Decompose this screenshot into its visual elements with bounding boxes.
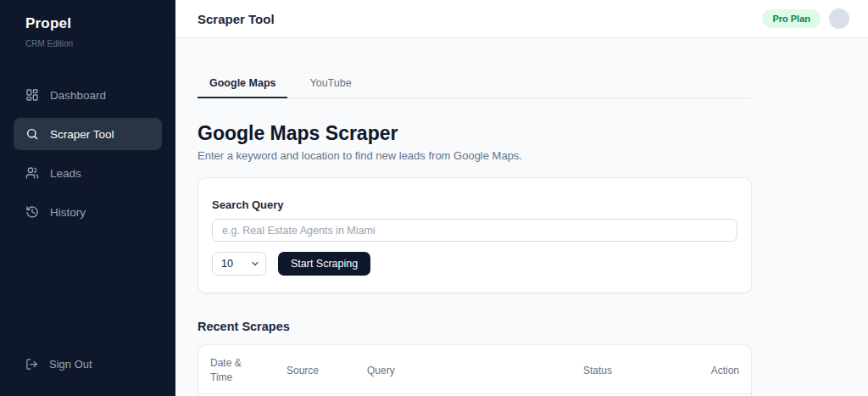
sidebar-item-dashboard[interactable]: Dashboard — [14, 79, 162, 111]
sidebar-item-label: History — [50, 206, 86, 219]
column-header-source: Source — [287, 364, 367, 378]
search-card: Search Query 10 Start Scraping — [198, 177, 752, 293]
sidebar-item-leads[interactable]: Leads — [14, 157, 162, 189]
sign-out-label: Sign Out — [49, 358, 92, 371]
column-header-action: Action — [700, 364, 739, 378]
table-header-row: Date & Time Source Query Status Action — [198, 345, 751, 394]
search-query-label: Search Query — [212, 198, 737, 211]
brand: Propel CRM Edition — [14, 15, 162, 48]
tab-youtube[interactable]: YouTube — [298, 72, 363, 98]
avatar[interactable] — [829, 8, 849, 29]
brand-name: Propel — [25, 15, 162, 32]
users-icon — [25, 166, 39, 180]
top-bar: Scraper Tool Pro Plan — [175, 0, 868, 38]
sidebar-item-history[interactable]: History — [14, 196, 162, 228]
start-scraping-button[interactable]: Start Scraping — [278, 252, 370, 276]
page-title: Scraper Tool — [198, 12, 275, 26]
plan-badge: Pro Plan — [762, 9, 821, 28]
sidebar-item-label: Dashboard — [50, 89, 106, 102]
sidebar: Propel CRM Edition Dashboard Scraper Too… — [0, 0, 175, 396]
dashboard-icon — [25, 88, 39, 102]
sidebar-item-scraper-tool[interactable]: Scraper Tool — [14, 118, 162, 150]
main-content: Google Maps YouTube Google Maps Scraper … — [175, 38, 868, 396]
brand-subtitle: CRM Edition — [25, 39, 162, 48]
logout-icon — [25, 358, 38, 371]
column-header-query: Query — [367, 364, 583, 378]
history-icon — [25, 205, 39, 219]
column-header-status: Status — [583, 364, 700, 378]
result-limit-select[interactable]: 10 — [212, 252, 266, 276]
scraper-description: Enter a keyword and location to find new… — [198, 149, 752, 162]
scraper-heading: Google Maps Scraper — [198, 122, 752, 145]
sidebar-item-label: Scraper Tool — [50, 128, 114, 141]
recent-scrapes-heading: Recent Scrapes — [198, 320, 752, 333]
tab-google-maps[interactable]: Google Maps — [198, 72, 287, 98]
result-limit-select-wrap: 10 — [212, 252, 266, 276]
column-header-date-time: Date & Time — [210, 356, 287, 385]
sign-out-button[interactable]: Sign Out — [14, 350, 104, 377]
source-tabs: Google Maps YouTube — [198, 72, 752, 98]
sidebar-nav: Dashboard Scraper Tool Leads History — [14, 79, 162, 228]
sidebar-item-label: Leads — [50, 167, 81, 180]
search-icon — [25, 127, 39, 141]
recent-scrapes-table: Date & Time Source Query Status Action — [198, 344, 752, 396]
search-query-input[interactable] — [212, 219, 737, 242]
